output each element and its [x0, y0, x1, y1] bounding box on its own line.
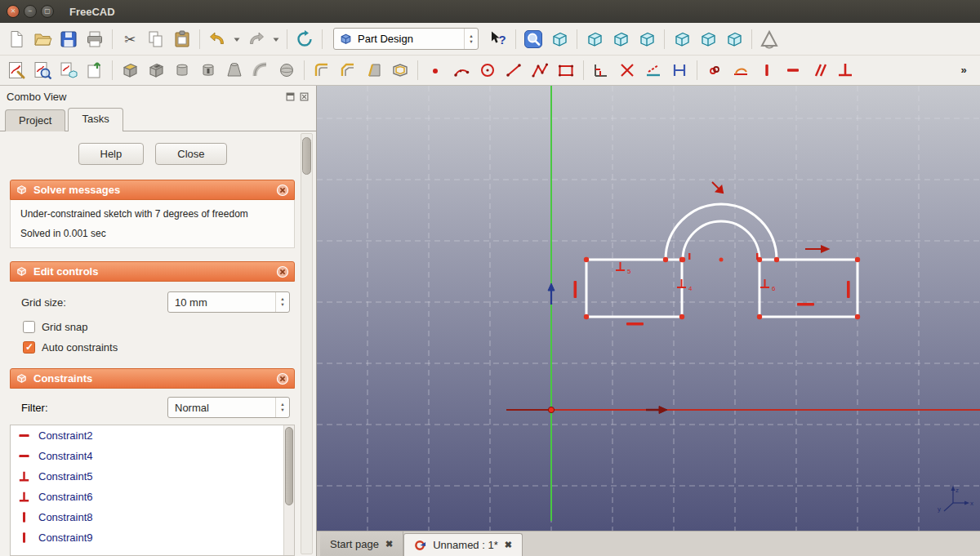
thickness-button[interactable] — [388, 58, 412, 82]
whats-this-button[interactable]: ? — [486, 27, 510, 51]
document-tab[interactable]: Unnamed : 1* ✖ — [403, 533, 523, 556]
vertical-constraint-button[interactable] — [755, 58, 779, 82]
edit-controls-header[interactable]: Edit controls — [10, 261, 295, 282]
copy-button[interactable] — [144, 27, 168, 51]
window-title: FreeCAD — [69, 6, 115, 18]
measure-distance-button[interactable] — [757, 27, 782, 51]
collapse-section-icon[interactable] — [276, 184, 289, 197]
new-sketch-button[interactable] — [4, 58, 29, 82]
close-button[interactable]: Close — [155, 143, 226, 165]
revolution-button[interactable] — [170, 58, 194, 82]
view-right-button[interactable] — [635, 27, 659, 51]
constraint-filter-select[interactable]: Normal ▲▼ — [167, 397, 290, 418]
workbench-selector[interactable]: Part Design ▲▼ — [333, 28, 479, 50]
combo-view-tab[interactable]: Project — [5, 109, 65, 131]
create-point-button[interactable] — [423, 58, 448, 82]
close-tab-icon[interactable]: ✖ — [385, 539, 393, 549]
auto-constraints-row[interactable]: Auto constraints — [23, 341, 292, 354]
sketch-origin-point[interactable] — [548, 407, 554, 412]
constraint-list-scrollbar[interactable] — [283, 425, 294, 555]
carbon-copy-button[interactable] — [667, 58, 692, 82]
redo-menu-button[interactable] — [270, 27, 282, 51]
grid-size-select[interactable]: 10 mm ▲▼ — [167, 291, 290, 313]
spinner-icon[interactable]: ▲▼ — [275, 292, 289, 312]
chamfer-button[interactable] — [336, 58, 360, 82]
save-file-button[interactable] — [56, 27, 81, 51]
view-left-button[interactable] — [722, 27, 746, 51]
minimize-window-button[interactable]: − — [24, 5, 37, 18]
scrollbar-thumb[interactable] — [285, 427, 293, 505]
fillet-button[interactable] — [310, 58, 334, 82]
create-rectangle-button[interactable] — [554, 58, 578, 82]
spinner-icon[interactable]: ▲▼ — [275, 398, 289, 417]
pipe-button[interactable] — [248, 58, 273, 82]
constraint-item[interactable]: Constraint9 — [11, 527, 283, 548]
close-panel-icon[interactable] — [299, 91, 310, 102]
open-file-button[interactable] — [30, 27, 55, 51]
view-top-button[interactable] — [608, 27, 633, 51]
external-geometry-button[interactable] — [641, 58, 666, 82]
import-sketch-button[interactable] — [82, 58, 107, 82]
grid-snap-row[interactable]: Grid snap — [23, 321, 292, 333]
loft-button[interactable] — [222, 58, 247, 82]
close-window-button[interactable]: ✕ — [7, 5, 20, 18]
perpendicular-constraint-button[interactable] — [833, 58, 858, 82]
3d-viewport[interactable]: 5 4 6 — [317, 86, 980, 531]
primitive-button[interactable] — [274, 58, 299, 82]
create-line-button[interactable] — [501, 58, 526, 82]
tasks-panel-scrollbar[interactable] — [301, 133, 313, 554]
horizontal-constraint-button[interactable] — [781, 58, 805, 82]
document-tab[interactable]: Start page ✖ — [320, 532, 403, 556]
scrollbar-thumb[interactable] — [302, 137, 311, 175]
undo-menu-button[interactable] — [231, 27, 243, 51]
spinner-icon[interactable]: ▲▼ — [464, 29, 478, 49]
float-panel-icon[interactable] — [285, 91, 296, 102]
new-file-button[interactable] — [4, 27, 29, 51]
constraint-vertical-icon — [17, 510, 31, 524]
solver-messages-header[interactable]: Solver messages — [10, 180, 295, 200]
parallel-constraint-button[interactable] — [807, 58, 831, 82]
combo-view-tab[interactable]: Tasks — [68, 108, 122, 131]
close-tab-icon[interactable]: ✖ — [505, 540, 512, 550]
constraint-item[interactable]: Constraint5 — [11, 466, 283, 487]
refresh-button[interactable] — [292, 27, 317, 51]
fit-all-button[interactable] — [521, 27, 546, 51]
print-button[interactable] — [82, 27, 107, 51]
pocket-button[interactable] — [144, 58, 168, 82]
cut-button[interactable]: ✂ — [118, 27, 142, 51]
map-sketch-button[interactable] — [56, 58, 81, 82]
draft-button[interactable] — [362, 58, 386, 82]
create-polyline-button[interactable] — [528, 58, 552, 82]
coincident-constraint-button[interactable] — [702, 58, 727, 82]
paste-button[interactable] — [170, 27, 194, 51]
groove-button[interactable] — [196, 58, 220, 82]
create-circle-button[interactable] — [475, 58, 500, 82]
tangent-constraint-button[interactable] — [728, 58, 753, 82]
maximize-window-button[interactable]: ▢ — [41, 5, 54, 18]
view-front-button[interactable] — [582, 27, 607, 51]
constraints-header[interactable]: Constraints — [10, 368, 295, 389]
constraint-item[interactable]: Constraint2 — [11, 425, 283, 446]
grid-snap-checkbox[interactable] — [23, 321, 35, 333]
collapse-section-icon[interactable] — [276, 265, 289, 278]
auto-constraints-checkbox[interactable] — [23, 341, 35, 354]
undo-button[interactable] — [205, 27, 229, 51]
help-button[interactable]: Help — [78, 143, 145, 165]
view-bottom-button[interactable] — [696, 27, 720, 51]
view-isometric-button[interactable] — [547, 27, 572, 51]
view-rear-button[interactable] — [670, 27, 694, 51]
redo-button[interactable] — [244, 27, 269, 51]
constraint-item[interactable]: Constraint8 — [11, 507, 283, 527]
combo-view-panel: Combo View ProjectTasks Help Close — [0, 86, 317, 556]
lock-constraint-button[interactable] — [589, 58, 613, 82]
edit-sketch-button[interactable] — [30, 58, 55, 82]
toolbar-overflow-button[interactable]: » — [951, 58, 976, 82]
constraint-list[interactable]: Constraint2 Constraint4 Constraint5 — [10, 425, 295, 556]
trim-edge-button[interactable] — [615, 58, 639, 82]
create-arc-button[interactable] — [449, 58, 474, 82]
pad-button[interactable] — [118, 58, 142, 82]
collapse-section-icon[interactable] — [276, 372, 289, 385]
constraint-item[interactable]: Constraint4 — [11, 446, 283, 466]
refresh-icon — [295, 29, 314, 49]
constraint-item[interactable]: Constraint6 — [11, 487, 283, 507]
